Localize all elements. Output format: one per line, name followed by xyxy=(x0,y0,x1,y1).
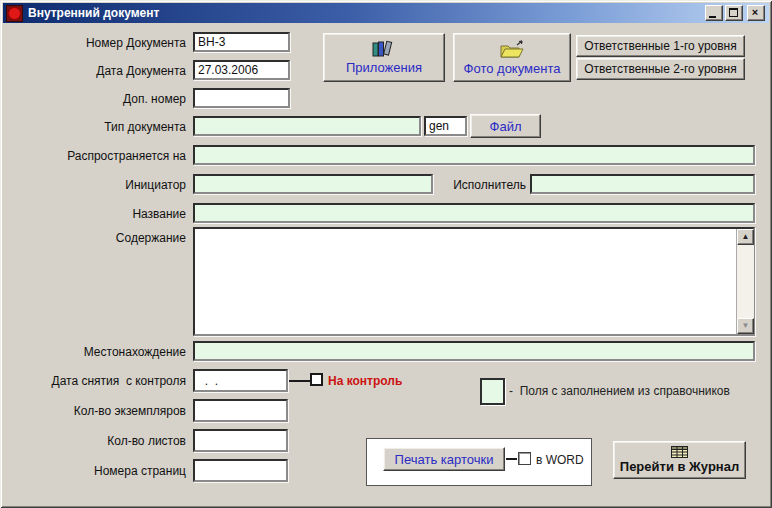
photo-button-label: Фото документа xyxy=(464,61,561,76)
page-numbers-label: Номера страниц xyxy=(0,464,186,478)
scroll-up-icon[interactable]: ▲ xyxy=(737,229,754,245)
doc-title-input[interactable] xyxy=(193,203,755,223)
minimize-icon xyxy=(709,16,716,18)
red-ball-icon xyxy=(8,7,21,20)
doc-date-label: Дата Документа xyxy=(0,64,186,78)
initiator-label: Инициатор xyxy=(0,178,186,192)
maximize-button[interactable] xyxy=(725,5,743,21)
doc-number-label: Номер Документа xyxy=(0,36,186,50)
location-label: Местонахождение xyxy=(0,345,186,359)
internal-document-window: Внутренний документ × Номер Документа Да… xyxy=(0,0,772,508)
applies-to-label: Распространяется на xyxy=(0,149,186,163)
close-button[interactable]: × xyxy=(747,5,765,21)
window-title: Внутренний документ xyxy=(28,6,705,20)
titlebar[interactable]: Внутренний документ × xyxy=(3,3,769,23)
content-textarea[interactable] xyxy=(193,227,755,336)
on-control-label: На контроль xyxy=(328,374,402,388)
go-to-journal-button[interactable]: Перейти в Журнал xyxy=(613,441,746,479)
photo-button[interactable]: Фото документа xyxy=(453,33,571,82)
go-to-journal-label: Перейти в Журнал xyxy=(620,459,739,474)
sheets-count-input[interactable] xyxy=(193,429,288,452)
in-word-checkbox[interactable] xyxy=(518,452,531,465)
folder-icon xyxy=(499,40,525,58)
applies-to-input[interactable] xyxy=(193,145,755,165)
copies-count-input[interactable] xyxy=(193,399,288,422)
legend-note: - Поля с заполнением из справочников xyxy=(509,384,730,398)
executor-label: Исполнитель xyxy=(340,178,526,192)
print-card-button[interactable]: Печать карточки xyxy=(383,447,505,471)
doc-number-input[interactable] xyxy=(193,32,290,52)
responsible-level1-label: Ответственные 1-го уровня xyxy=(584,39,737,53)
minimize-button[interactable] xyxy=(705,5,723,21)
scroll-down-icon[interactable]: ▼ xyxy=(737,318,754,334)
close-icon: × xyxy=(748,5,762,19)
content-scrollbar[interactable]: ▲ ▼ xyxy=(736,229,754,334)
executor-input[interactable] xyxy=(530,174,755,194)
on-control-checkbox[interactable] xyxy=(310,373,323,386)
page-numbers-input[interactable] xyxy=(193,459,288,482)
doc-date-input[interactable] xyxy=(193,60,290,80)
file-button[interactable]: Файл xyxy=(470,114,541,138)
reference-field-swatch xyxy=(480,378,505,405)
connector-line xyxy=(289,380,310,382)
control-release-date-input[interactable] xyxy=(193,369,288,392)
responsible-level2-button[interactable]: Ответственные 2-го уровня xyxy=(576,58,745,80)
connector-line xyxy=(506,458,517,460)
location-input[interactable] xyxy=(193,341,755,361)
books-icon xyxy=(372,40,396,57)
print-card-label: Печать карточки xyxy=(395,452,494,467)
attachments-button-label: Приложения xyxy=(346,60,422,75)
content-label: Содержание xyxy=(0,231,186,245)
copies-count-label: Кол-во экземпляров xyxy=(0,404,186,418)
sheets-count-label: Кол-во листов xyxy=(0,434,186,448)
doc-type-label: Тип документа xyxy=(0,120,186,134)
file-button-label: Файл xyxy=(490,119,522,134)
in-word-label: в WORD xyxy=(536,453,584,467)
control-release-date-label: Дата снятия с контроля xyxy=(0,374,186,388)
app-icon xyxy=(6,5,23,22)
extra-number-label: Доп. номер xyxy=(0,92,186,106)
doc-title-label: Название xyxy=(0,207,186,221)
table-icon xyxy=(671,446,688,458)
file-type-input[interactable] xyxy=(424,116,467,136)
extra-number-input[interactable] xyxy=(193,88,290,108)
responsible-level1-button[interactable]: Ответственные 1-го уровня xyxy=(576,35,745,57)
maximize-icon xyxy=(729,8,738,17)
responsible-level2-label: Ответственные 2-го уровня xyxy=(584,62,737,76)
attachments-button[interactable]: Приложения xyxy=(323,33,445,82)
doc-type-input[interactable] xyxy=(193,116,421,136)
